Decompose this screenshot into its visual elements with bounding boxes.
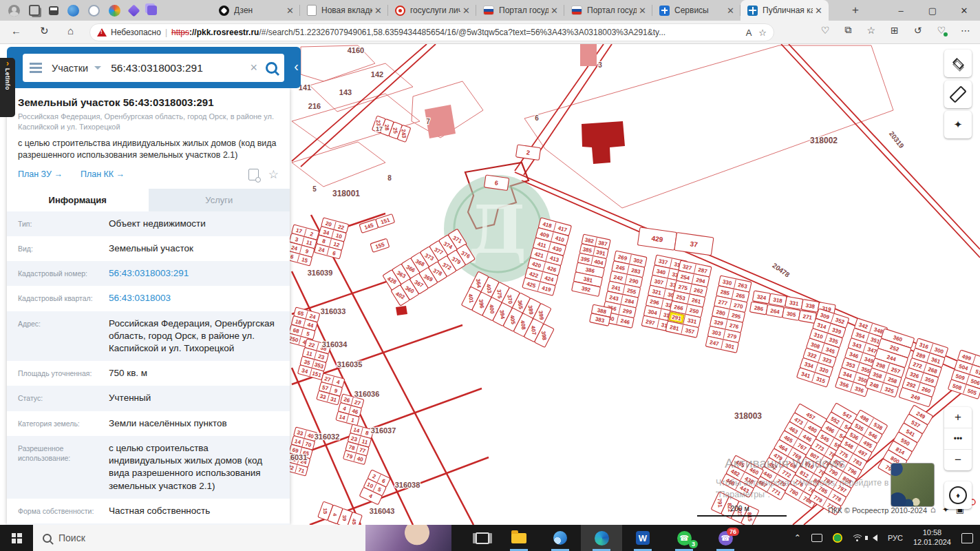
svg-text:403: 403 (485, 284, 493, 294)
browser-tab-Дзен[interactable]: Дзен✕ (212, 0, 300, 21)
parcel-block[interactable]: 2627446141 (336, 394, 364, 426)
favorites-bar-icon[interactable]: ☆ (866, 25, 875, 36)
search-icon[interactable] (266, 62, 277, 74)
home-button[interactable]: ⌂ (67, 25, 74, 37)
close-tab-icon[interactable]: ✕ (372, 6, 384, 16)
viber-taskbar-button[interactable]: ☎76 (705, 525, 746, 551)
svg-text:370: 370 (506, 294, 513, 304)
stack-icon[interactable] (29, 5, 40, 16)
diamond-icon[interactable] (127, 4, 140, 17)
collapse-panel-icon[interactable]: ‹ (294, 59, 299, 74)
map-area[interactable]: Д429372693022452832422902412552432842562… (0, 44, 980, 525)
back-button[interactable]: ← (11, 25, 21, 37)
search-input[interactable]: 56:43:0318003:291 (111, 62, 250, 74)
menu-icon[interactable] (30, 67, 42, 69)
parcel-block[interactable]: 42937 (637, 227, 714, 256)
parcel-block[interactable]: 148231178777940 (343, 424, 374, 465)
search-category-select[interactable]: Участки (52, 63, 88, 74)
split-screen-icon[interactable]: ⧉ (844, 24, 851, 36)
explorer-taskbar-button[interactable] (498, 525, 540, 551)
close-tab-icon[interactable]: ✕ (637, 6, 648, 16)
attribute-value[interactable]: 56:43:0318003:291 (109, 267, 279, 280)
close-tab-icon[interactable]: ✕ (460, 6, 472, 16)
action-center-icon[interactable] (961, 533, 973, 543)
layers-button[interactable] (944, 50, 972, 77)
panel-tab-Услуги[interactable]: Услуги (149, 189, 290, 211)
circle-multi-icon[interactable] (109, 5, 120, 17)
read-aloud-icon[interactable]: A (746, 28, 752, 38)
language-indicator[interactable]: РУС (888, 534, 903, 542)
maximize-button[interactable]: ▢ (917, 6, 948, 16)
whatsapp-taskbar-button[interactable]: ☎3 (663, 525, 705, 551)
new-tab-button[interactable]: + (852, 3, 859, 17)
parcel-block[interactable]: 172311249615 (285, 225, 319, 266)
browser-tab-Публичная ка[interactable]: Публичная ка✕ (741, 0, 829, 21)
parcel-block[interactable]: 1543945 (318, 501, 363, 525)
close-button[interactable]: ✕ (948, 6, 980, 16)
minimize-button[interactable]: – (885, 6, 917, 16)
collections-icon[interactable]: ⊞ (891, 25, 899, 36)
browser-tab-Портал госуда[interactable]: Портал госуда✕ (564, 0, 652, 21)
parcel-block[interactable]: 388383 (590, 304, 612, 326)
search-bar[interactable]: Участки 56:43:0318003:291 × (23, 54, 284, 82)
close-tab-icon[interactable]: ✕ (813, 6, 824, 16)
taskbar-search[interactable]: Поиск (33, 525, 451, 551)
close-tab-icon[interactable]: ✕ (725, 6, 736, 16)
devices-icon[interactable] (811, 534, 822, 542)
satellite-minimap[interactable] (891, 463, 935, 507)
attribute-value[interactable]: 56:43:0318003 (109, 292, 279, 304)
browser-tab-Портал госуда[interactable]: Портал госуда✕ (476, 0, 564, 21)
more-icon[interactable]: ⋯ (961, 25, 970, 36)
globe-blue-icon[interactable] (67, 5, 79, 17)
antivirus-icon[interactable] (833, 533, 842, 543)
more-tools-button[interactable]: ••• (944, 428, 972, 449)
zoom-in-button[interactable]: + (944, 407, 972, 428)
word-taskbar-button[interactable]: W (622, 525, 663, 551)
wifi-icon[interactable] (853, 534, 862, 542)
measure-button[interactable] (944, 81, 972, 108)
parcel-block[interactable]: 499550451509506508505 (948, 350, 980, 399)
plan-links: План ЗУ → План КК → ☆ (18, 167, 279, 182)
close-tab-icon[interactable]: ✕ (548, 6, 560, 16)
letinfo-side-tab[interactable]: › LetInfo (0, 58, 15, 117)
clear-search-icon[interactable]: × (250, 61, 257, 75)
plan-zu-link[interactable]: План ЗУ → (18, 169, 63, 179)
favorite-star-icon[interactable]: ☆ (758, 28, 767, 38)
zoom-out-button[interactable]: − (944, 449, 972, 470)
refresh-button[interactable]: ↻ (40, 25, 49, 37)
extensions-check-icon[interactable]: ♡ (937, 25, 946, 36)
plan-kk-link[interactable]: План КК → (81, 169, 125, 179)
locate-button[interactable]: ✦ (944, 111, 972, 138)
parcel-block[interactable]: 3302632852652772702802953292763032792473… (705, 276, 752, 353)
doc-search-icon[interactable] (248, 169, 259, 180)
photos-taskbar-button[interactable] (540, 525, 581, 551)
parcel-block[interactable]: 261054 (359, 470, 390, 505)
panel-tab-Информация[interactable]: Информация (7, 189, 149, 211)
url-field[interactable]: Небезопасно|https://pkk.rosreestr.ru/#/s… (89, 23, 774, 41)
window-icon[interactable] (49, 6, 58, 15)
essentials-heart-icon[interactable]: ♡ (821, 25, 830, 36)
start-button[interactable] (0, 525, 33, 551)
show-hidden-icons[interactable]: ⌃ (794, 533, 801, 543)
parcel-block[interactable]: 155 (370, 238, 390, 252)
compass-button[interactable]: ♦ (944, 481, 972, 509)
avatar-icon[interactable] (8, 5, 20, 17)
quarter-label: 316036 (354, 390, 380, 398)
history-icon[interactable]: ↺ (914, 25, 922, 36)
parcel-block[interactable]: 2 (515, 145, 540, 160)
browser-tab-Сервисы[interactable]: Сервисы✕ (652, 0, 741, 21)
volume-icon[interactable] (873, 534, 877, 541)
edge-taskbar-button[interactable] (581, 525, 622, 551)
quarter-label: 3 (598, 61, 602, 69)
circle-gray-icon[interactable] (88, 5, 100, 17)
parcel-block[interactable]: 20223410812246 (315, 218, 349, 259)
browser-tab-госуслуги лич[interactable]: госуслуги лич✕ (388, 0, 476, 21)
browser-tab-Новая вкладк[interactable]: Новая вкладк✕ (300, 0, 388, 21)
squares-icon[interactable] (147, 6, 157, 15)
clock[interactable]: 10:5812.01.2024 (913, 528, 951, 548)
star-icon[interactable]: ☆ (268, 167, 279, 182)
task-view-button[interactable] (467, 525, 498, 551)
parcel-block[interactable]: 485460482438466443 (721, 455, 764, 497)
parcel-block[interactable]: 382387385391395404386381392 (572, 234, 611, 296)
close-tab-icon[interactable]: ✕ (284, 6, 296, 16)
